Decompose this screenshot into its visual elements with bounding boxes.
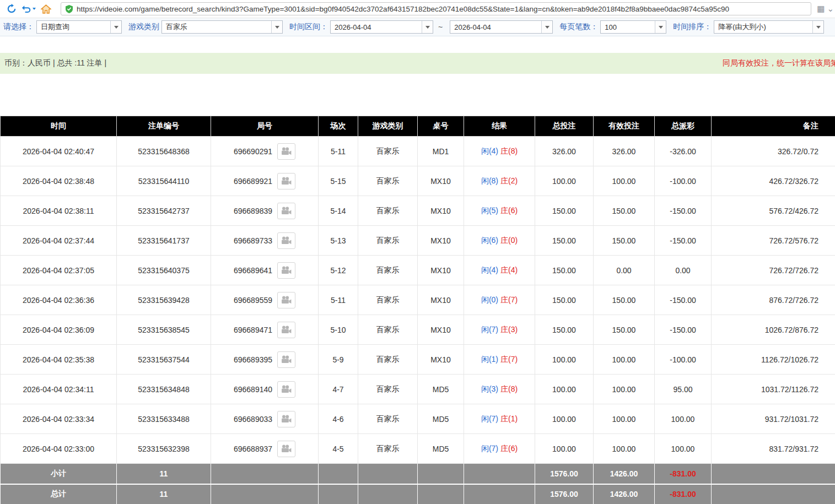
cell-session: 5-9 <box>319 345 358 375</box>
valid-bet-sum: 1426.00 <box>594 484 655 504</box>
result-banker: 庄(7) <box>500 295 518 304</box>
currency-total-summary: 币别：人民币 | 总共 :11 注单 | <box>4 58 106 68</box>
date-from-select[interactable]: 2026-04-04 <box>330 20 433 34</box>
video-replay-button[interactable] <box>277 322 295 338</box>
chevron-down-icon[interactable] <box>655 21 666 33</box>
cell-game-type: 百家乐 <box>358 166 418 196</box>
cell-bet-id: 523315637544 <box>117 345 211 375</box>
game-type-label: 游戏类别 <box>128 22 159 32</box>
result-banker: 庄(1) <box>500 414 518 423</box>
cell-result: 闲(1)庄(7) <box>464 345 535 375</box>
round-id-text: 696689140 <box>234 385 272 394</box>
cell-note: 426.72/326.72 <box>712 166 835 196</box>
round-id-text: 696688937 <box>234 445 272 453</box>
cell-total-bet: 100.00 <box>535 434 594 464</box>
video-camera-icon <box>281 296 292 304</box>
table-row: 2026-04-04 02:35:38523315637544696689395… <box>1 345 835 375</box>
cell-bet-id: 523315638545 <box>117 315 211 345</box>
date-to-value: 2026-04-04 <box>450 21 541 33</box>
video-camera-icon <box>281 236 292 245</box>
cell-valid-bet: 100.00 <box>594 375 655 404</box>
video-replay-button[interactable] <box>277 203 295 219</box>
video-camera-icon <box>281 147 292 155</box>
cell-session: 5-12 <box>319 256 358 285</box>
cell-total-bet: 326.00 <box>535 137 594 166</box>
video-camera-icon <box>281 385 292 393</box>
video-replay-button[interactable] <box>277 381 295 398</box>
date-to-select[interactable]: 2026-04-04 <box>450 20 553 34</box>
cell-session: 5-13 <box>319 226 358 256</box>
cell-table-no: MX10 <box>418 256 464 285</box>
video-replay-button[interactable] <box>277 143 295 160</box>
chevron-down-icon[interactable] <box>33 8 36 10</box>
cell-total-bet: 100.00 <box>535 166 594 196</box>
cell-result: 闲(7)庄(1) <box>464 404 535 434</box>
cell-payout: -150.00 <box>655 196 712 226</box>
home-icon[interactable] <box>39 2 53 16</box>
cell-total-bet: 100.00 <box>535 375 594 404</box>
video-replay-button[interactable] <box>277 441 295 457</box>
page-size-select[interactable]: 100 <box>600 20 666 34</box>
undo-back-icon[interactable] <box>19 2 39 16</box>
cell-payout: -150.00 <box>655 315 712 345</box>
grand-total-row: 总计111576.001426.00-831.00 <box>1 484 835 504</box>
result-player: 闲(4) <box>481 147 498 155</box>
cell-bet-id: 523315641737 <box>117 226 211 256</box>
result-banker: 庄(8) <box>500 147 518 155</box>
date-query-select[interactable]: 日期查询 <box>36 20 122 34</box>
result-player: 闲(3) <box>481 384 498 393</box>
cell-total-bet: 150.00 <box>535 196 594 226</box>
cell-table-no: MX10 <box>418 226 464 256</box>
table-row: 2026-04-04 02:38:48523315644110696689921… <box>1 166 835 196</box>
chevron-down-icon[interactable] <box>110 21 121 33</box>
cell-round-id: 696689921 <box>211 166 319 196</box>
table-row: 2026-04-04 02:38:11523315642737696689839… <box>1 196 835 226</box>
chevron-down-icon[interactable] <box>541 21 552 33</box>
result-player: 闲(7) <box>481 444 498 453</box>
cell-total-bet: 150.00 <box>535 285 594 315</box>
chevron-down-icon[interactable] <box>812 21 823 33</box>
reload-icon[interactable] <box>4 2 19 16</box>
cell-time: 2026-04-04 02:37:44 <box>1 226 117 256</box>
cell-bet-id: 523315632398 <box>117 434 211 464</box>
cell-payout: -326.00 <box>655 137 712 166</box>
total-count: 11 <box>117 484 211 504</box>
cell-bet-id: 523315642737 <box>117 196 211 226</box>
table-row: 2026-04-04 02:36:09523315638545696689471… <box>1 315 835 345</box>
game-type-select[interactable]: 百家乐 <box>161 20 283 34</box>
chevron-down-icon[interactable] <box>422 21 433 33</box>
table-row: 2026-04-04 02:37:05523315640375696689641… <box>1 256 835 285</box>
video-replay-button[interactable] <box>277 232 295 249</box>
result-player: 闲(0) <box>481 295 498 304</box>
date-query-value: 日期查询 <box>37 21 110 33</box>
cell-session: 4-7 <box>319 375 358 404</box>
cell-game-type: 百家乐 <box>358 285 418 315</box>
video-replay-button[interactable] <box>277 173 295 189</box>
time-range-label: 时间区间： <box>289 22 328 32</box>
cell-valid-bet: 100.00 <box>594 404 655 434</box>
cell-game-type: 百家乐 <box>358 315 418 345</box>
cell-session: 5-15 <box>319 166 358 196</box>
result-banker: 庄(0) <box>500 236 518 245</box>
video-replay-button[interactable] <box>277 411 295 427</box>
video-replay-button[interactable] <box>277 351 295 368</box>
column-header: 结果 <box>464 116 535 137</box>
column-header: 局号 <box>211 116 319 137</box>
address-bar[interactable]: https://videoie.com/game/betrecord_searc… <box>61 2 811 15</box>
chevron-down-icon[interactable] <box>271 21 282 33</box>
browser-extensions-icon[interactable]: ▦⌄ <box>817 4 835 14</box>
cell-note: 326.72/0.72 <box>712 137 835 166</box>
bet-table-foot: 小计111576.001426.00-831.00总计111576.001426… <box>1 464 835 504</box>
result-player: 闲(5) <box>481 206 498 215</box>
cell-session: 5-11 <box>319 285 358 315</box>
table-row: 2026-04-04 02:33:34523315633488696689033… <box>1 404 835 434</box>
sort-select[interactable]: 降幂(由大到小) <box>714 20 824 34</box>
cell-round-id: 696689395 <box>211 345 319 375</box>
video-replay-button[interactable] <box>277 292 295 308</box>
cell-bet-id: 523315644110 <box>117 166 211 196</box>
video-replay-button[interactable] <box>277 262 295 279</box>
url-text[interactable]: https://videoie.com/game/betrecord_searc… <box>77 5 729 13</box>
header-row: 时间注单编号局号场次游戏类别桌号结果总投注有效投注总派彩备注 <box>1 116 835 137</box>
result-banker: 庄(3) <box>500 325 518 334</box>
cell-round-id: 696689839 <box>211 196 319 226</box>
